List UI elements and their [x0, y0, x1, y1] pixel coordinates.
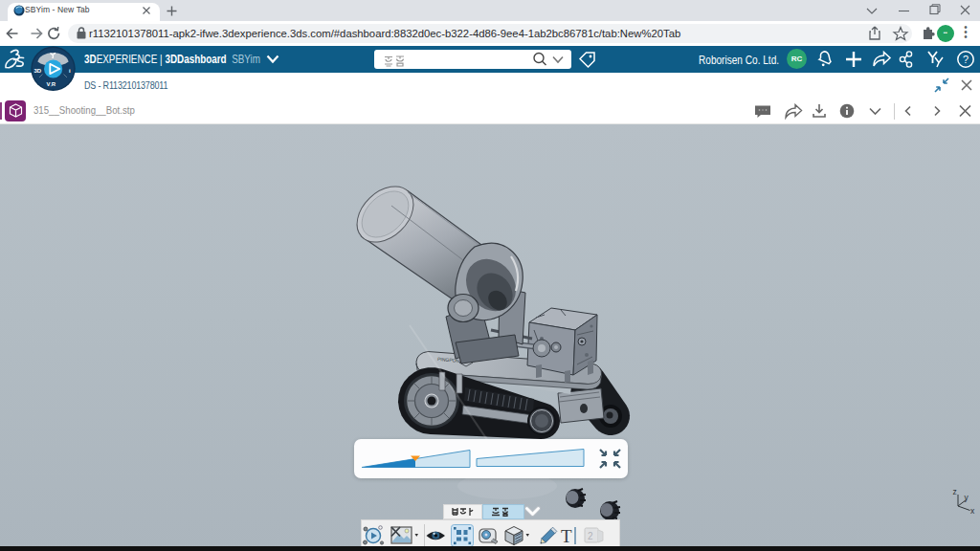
svg-text:3D: 3D: [34, 68, 42, 74]
svg-text:T: T: [561, 526, 572, 546]
svg-text:y: y: [965, 493, 969, 502]
svg-text:2: 2: [588, 531, 593, 541]
svg-text:?: ?: [963, 54, 969, 65]
svg-text:V,R: V,R: [47, 81, 56, 87]
svg-text:z: z: [953, 487, 957, 496]
svg-text:x: x: [970, 506, 975, 516]
